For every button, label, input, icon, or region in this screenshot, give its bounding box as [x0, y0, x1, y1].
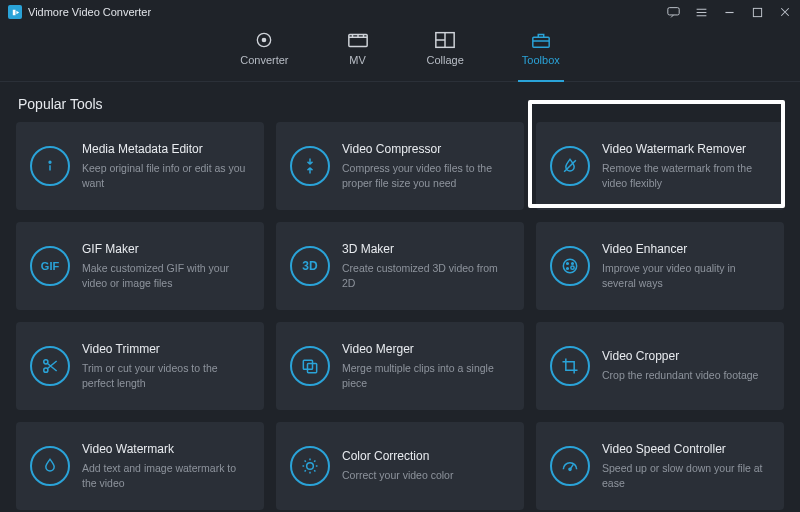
tool-desc: Keep original file info or edit as you w… [82, 161, 250, 190]
tool-video-watermark-remover[interactable]: Video Watermark RemoverRemove the waterm… [536, 122, 784, 210]
tool-video-watermark[interactable]: Video WatermarkAdd text and image waterm… [16, 422, 264, 510]
tool-title: Video Watermark [82, 442, 250, 456]
section-title: Popular Tools [0, 82, 800, 122]
palette-icon [550, 246, 590, 286]
app-title: Vidmore Video Converter [28, 6, 151, 18]
minimize-icon[interactable] [722, 5, 736, 19]
svg-point-10 [567, 263, 569, 265]
tool-video-cropper[interactable]: Video CropperCrop the redundant video fo… [536, 322, 784, 410]
tool-3d-maker[interactable]: 3D 3D MakerCreate customized 3D video fr… [276, 222, 524, 310]
tool-desc: Add text and image watermark to the vide… [82, 461, 250, 490]
gif-icon: GIF [30, 246, 70, 286]
water-icon [30, 446, 70, 486]
app-logo-icon [8, 5, 22, 19]
tool-video-compressor[interactable]: Video CompressorCompress your video file… [276, 122, 524, 210]
svg-point-15 [44, 368, 48, 372]
info-icon [30, 146, 70, 186]
tool-title: Video Compressor [342, 142, 510, 156]
tab-converter[interactable]: Converter [240, 30, 288, 81]
svg-point-4 [263, 38, 266, 41]
svg-point-11 [572, 263, 574, 265]
tool-video-merger[interactable]: Video MergerMerge multiple clips into a … [276, 322, 524, 410]
tool-title: Video Trimmer [82, 342, 250, 356]
tab-label: Toolbox [522, 54, 560, 66]
tab-mv[interactable]: MV [347, 30, 369, 81]
mv-icon [347, 30, 369, 50]
tab-label: MV [349, 54, 366, 66]
crop-icon [550, 346, 590, 386]
tool-desc: Correct your video color [342, 468, 510, 483]
tool-desc: Make customized GIF with your video or i… [82, 261, 250, 290]
svg-rect-7 [533, 37, 549, 47]
tool-title: GIF Maker [82, 242, 250, 256]
compress-icon [290, 146, 330, 186]
svg-point-14 [44, 360, 48, 364]
main-tabs: Converter MV Collage Toolbox [0, 24, 800, 82]
svg-point-12 [567, 268, 569, 270]
tool-desc: Remove the watermark from the video flex… [602, 161, 770, 190]
toolbox-icon [530, 30, 552, 50]
tool-title: Video Cropper [602, 349, 770, 363]
tool-video-trimmer[interactable]: Video TrimmerTrim or cut your videos to … [16, 322, 264, 410]
svg-point-13 [571, 266, 574, 269]
tool-title: 3D Maker [342, 242, 510, 256]
speed-icon [550, 446, 590, 486]
tab-collage[interactable]: Collage [427, 30, 464, 81]
tool-video-speed-controller[interactable]: Video Speed ControllerSpeed up or slow d… [536, 422, 784, 510]
tool-desc: Improve your video quality in several wa… [602, 261, 770, 290]
tools-grid: Media Metadata EditorKeep original file … [0, 122, 800, 512]
tab-toolbox[interactable]: Toolbox [522, 30, 560, 81]
tool-desc: Crop the redundant video footage [602, 368, 770, 383]
svg-point-19 [569, 468, 571, 470]
svg-rect-2 [753, 8, 761, 16]
tool-title: Video Watermark Remover [602, 142, 770, 156]
tool-video-enhancer[interactable]: Video EnhancerImprove your video quality… [536, 222, 784, 310]
tool-gif-maker[interactable]: GIF GIF MakerMake customized GIF with yo… [16, 222, 264, 310]
tool-desc: Trim or cut your videos to the perfect l… [82, 361, 250, 390]
merge-icon [290, 346, 330, 386]
tool-title: Color Correction [342, 449, 510, 463]
sun-icon [290, 446, 330, 486]
window-controls [666, 5, 792, 19]
tool-desc: Create customized 3D video from 2D [342, 261, 510, 290]
tool-media-metadata-editor[interactable]: Media Metadata EditorKeep original file … [16, 122, 264, 210]
tab-label: Converter [240, 54, 288, 66]
tool-title: Media Metadata Editor [82, 142, 250, 156]
tool-title: Video Speed Controller [602, 442, 770, 456]
scissors-icon [30, 346, 70, 386]
tool-desc: Merge multiple clips into a single piece [342, 361, 510, 390]
titlebar: Vidmore Video Converter [0, 0, 800, 24]
svg-point-9 [563, 259, 576, 272]
close-icon[interactable] [778, 5, 792, 19]
converter-icon [253, 30, 275, 50]
svg-point-18 [307, 463, 314, 470]
3d-icon: 3D [290, 246, 330, 286]
feedback-icon[interactable] [666, 5, 680, 19]
svg-point-8 [49, 161, 51, 163]
collage-icon [434, 30, 456, 50]
tool-desc: Speed up or slow down your file at ease [602, 461, 770, 490]
tool-color-correction[interactable]: Color CorrectionCorrect your video color [276, 422, 524, 510]
tool-title: Video Merger [342, 342, 510, 356]
tab-label: Collage [427, 54, 464, 66]
no-water-icon [550, 146, 590, 186]
tool-desc: Compress your video files to the proper … [342, 161, 510, 190]
menu-icon[interactable] [694, 5, 708, 19]
tool-title: Video Enhancer [602, 242, 770, 256]
maximize-icon[interactable] [750, 5, 764, 19]
svg-rect-1 [667, 7, 678, 14]
